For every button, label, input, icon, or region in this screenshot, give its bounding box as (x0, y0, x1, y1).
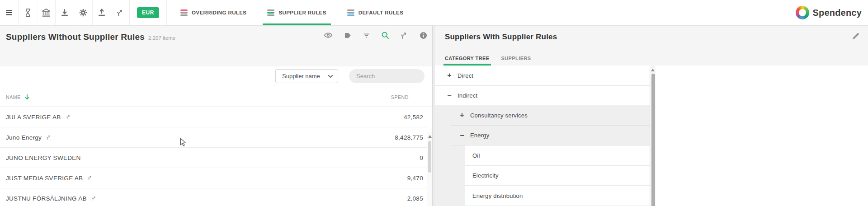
tag-button[interactable] (343, 31, 352, 40)
right-panel-header: Suppliers With Supplier Rules CATEGORY T… (435, 26, 868, 66)
import-button[interactable] (56, 0, 74, 25)
chevron-down-icon (328, 75, 333, 78)
top-toolbar: EUR OVERRIDING RULES SUPPLIER RULES DEFA… (0, 0, 868, 26)
left-panel-title: Suppliers Without Supplier Rules (6, 32, 145, 42)
spend-value: 2,085 (407, 195, 423, 202)
tree-node-indirect[interactable]: − Indirect (435, 86, 650, 105)
branch-icon (87, 175, 93, 181)
suppliers-without-rules-panel: Suppliers Without Supplier Rules 2,207 i… (0, 26, 433, 206)
collapse-toggle[interactable]: − (446, 91, 453, 99)
tree-node-energy[interactable]: − Energy (451, 126, 650, 145)
filter-button[interactable] (362, 31, 371, 40)
expand-toggle[interactable]: + (459, 111, 465, 119)
tree-node-electricity[interactable]: Electricity (465, 166, 650, 186)
brand-name: Spendency (813, 8, 862, 18)
settings-button[interactable] (74, 0, 93, 25)
visibility-button[interactable] (324, 31, 333, 40)
category-tree-content: + Direct − Indirect + Consultancy servic… (435, 66, 868, 206)
info-button[interactable] (419, 31, 428, 40)
tree-node-direct[interactable]: + Direct (435, 66, 650, 86)
table-row[interactable]: Juno Energy 8,428,775 (0, 127, 427, 148)
rules-nav-tabs: OVERRIDING RULES SUPPLIER RULES DEFAULT … (180, 0, 403, 25)
tree-node-consultancy-services[interactable]: + Consultancy services (451, 105, 650, 126)
left-panel-header: Suppliers Without Supplier Rules 2,207 i… (0, 26, 432, 66)
tab-category-tree[interactable]: CATEGORY TREE (445, 51, 490, 66)
bank-icon (42, 8, 51, 17)
branch-icon (46, 135, 52, 140)
search-icon (381, 31, 390, 40)
left-panel-actions (324, 31, 428, 40)
eye-icon (324, 31, 333, 40)
right-panel-title: Suppliers With Supplier Rules (445, 33, 557, 42)
spend-value: 0 (420, 154, 423, 161)
spend-value: 9,470 (407, 175, 423, 182)
search-toggle-button[interactable] (381, 31, 390, 40)
expand-toggle[interactable]: + (446, 71, 453, 80)
hourglass-icon (24, 8, 32, 17)
default-rules-icon (347, 9, 354, 16)
branch-icon (66, 114, 71, 120)
info-icon (419, 31, 428, 40)
collapse-toggle[interactable]: − (459, 131, 465, 140)
tree-children-energy: Oil Electricity Energy distribution (465, 145, 650, 206)
table-scrollbar[interactable] (427, 132, 432, 206)
app-window: EUR OVERRIDING RULES SUPPLIER RULES DEFA… (0, 0, 868, 206)
suppliers-with-rules-panel: Suppliers With Supplier Rules CATEGORY T… (435, 26, 868, 206)
tab-default-rules[interactable]: DEFAULT RULES (347, 0, 404, 25)
hamburger-menu-button[interactable] (0, 0, 19, 25)
category-tree-button[interactable] (111, 0, 130, 25)
hierarchy-button[interactable] (400, 31, 409, 40)
overriding-rules-icon (180, 9, 188, 16)
tab-supplier-rules[interactable]: SUPPLIER RULES (267, 0, 326, 25)
table-row[interactable]: JUNO ENERGY SWEDEN 0 (0, 148, 427, 168)
filter-icon (362, 31, 371, 40)
table-row[interactable]: JUST MEDIA SVERIGE AB 9,470 (0, 168, 427, 188)
supplier-rules-icon (267, 9, 274, 16)
sort-descending-icon (24, 94, 30, 100)
category-tree: + Direct − Indirect + Consultancy servic… (435, 66, 650, 206)
supplier-table: JULA SVERIGE AB 42,582 Juno Energy 8,428… (0, 107, 427, 206)
branch-icon (116, 9, 124, 17)
spend-value: 42,582 (404, 114, 423, 121)
tab-overriding-rules[interactable]: OVERRIDING RULES (180, 0, 246, 25)
currency-selector[interactable]: EUR (130, 0, 167, 25)
table-toolbar: Supplier name (0, 66, 432, 87)
search-box (349, 69, 425, 83)
branch-icon (91, 196, 97, 201)
table-header: NAME SPEND (0, 87, 432, 107)
pencil-icon (851, 31, 861, 41)
search-column-select[interactable]: Supplier name (275, 69, 338, 83)
export-button[interactable] (93, 0, 111, 25)
tree-scrollbar[interactable] (650, 66, 656, 206)
spend-value: 8,428,775 (395, 134, 423, 141)
items-count: 2,207 items (148, 35, 175, 41)
table-row[interactable]: JUSTNU FÖRSÄLJNING AB 2,085 (0, 188, 427, 206)
tree-node-oil[interactable]: Oil (465, 145, 650, 166)
scrollbar-thumb[interactable] (428, 141, 431, 173)
organization-button[interactable] (37, 0, 56, 25)
currency-badge: EUR (137, 7, 159, 18)
upload-icon (97, 8, 106, 17)
download-icon (60, 8, 69, 17)
history-button[interactable] (19, 0, 37, 25)
tag-icon (343, 31, 352, 40)
scrollbar-thumb[interactable] (651, 74, 655, 206)
hamburger-icon (5, 8, 14, 17)
tab-suppliers[interactable]: SUPPLIERS (501, 51, 531, 66)
search-input[interactable] (356, 73, 436, 80)
branch-icon (400, 31, 408, 39)
scroll-up-arrow-icon[interactable] (428, 135, 432, 138)
scroll-up-arrow-icon[interactable] (651, 69, 655, 71)
tree-node-energy-distribution[interactable]: Energy distribution (465, 186, 650, 206)
column-header-name[interactable]: NAME (6, 94, 30, 100)
spendency-ring-icon (796, 6, 809, 19)
right-panel-tabs: CATEGORY TREE SUPPLIERS (445, 51, 531, 66)
column-header-spend[interactable]: SPEND (391, 94, 409, 100)
table-row[interactable]: JULA SVERIGE AB 42,582 (0, 107, 427, 127)
tree-children-indirect: + Consultancy services − Energy Oil Elec… (435, 105, 650, 206)
edit-button[interactable] (851, 31, 861, 41)
gear-icon (79, 8, 88, 17)
brand-logo: Spendency (796, 6, 862, 19)
